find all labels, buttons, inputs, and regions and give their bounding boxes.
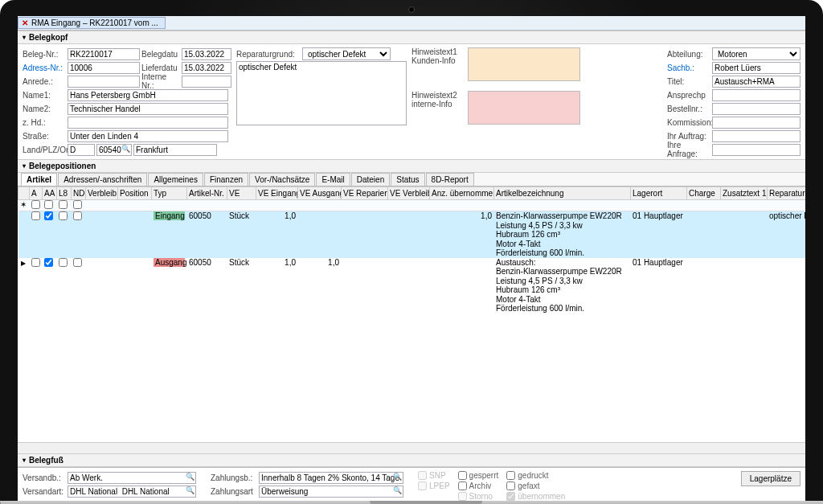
tab-finanzen[interactable]: Finanzen [204,173,248,186]
cell-l8[interactable] [59,211,68,220]
lbl-kundeninfo: Kunden-Info [412,56,463,65]
tab-artikel[interactable]: Artikel [21,173,57,186]
lbl-versandb: Versandb.: [23,473,66,482]
lbl-sachb: Sachb.: [667,64,710,72]
field-land[interactable] [68,144,95,156]
caret-down-icon: ▾ [23,34,26,41]
tab-8dreport[interactable]: 8D-Report [426,173,474,186]
positions-grid[interactable]: AAA L8NDVerbleib PositionTypArtikel-Nr. … [18,186,805,442]
lbl-anrede: Anrede.: [23,77,66,86]
section-positionen[interactable]: ▾ Belegepositionen [18,159,805,173]
field-versandb[interactable] [68,472,196,484]
field-name2[interactable] [68,103,228,115]
grid-filter-row[interactable]: ✶ [18,200,806,211]
field-plz[interactable] [96,144,132,156]
field-ihreanfrage[interactable] [712,144,800,156]
cell-nd[interactable] [73,258,82,267]
belegfuss-panel: Versandb.: 🔍 Versandart: 🔍 Zahlungsb.: 🔍… [18,467,805,504]
lbl-belegnr: Beleg-Nr.: [23,50,66,59]
field-zhd[interactable] [68,117,228,129]
lagerplaetze-button[interactable]: Lagerplätze [741,471,800,486]
chk-lpep [418,481,427,490]
field-ansprechp[interactable] [712,89,800,101]
field-sachb[interactable] [712,62,800,74]
lbl-zahlungsart: Zahlungsart [211,487,257,496]
field-bestellnr[interactable] [712,103,800,115]
section-fuss[interactable]: ▾ Belegfuß [18,453,805,467]
field-ihrauftrag[interactable] [712,130,800,142]
cell-aa[interactable] [44,258,53,267]
textarea-reparaturgrund[interactable]: optischer Defekt [236,61,407,125]
lbl-reparaturgrund: Reparaturgrund: [236,50,301,59]
lbl-ihreanfrage: Ihre Anfrage: [667,141,710,158]
lbl-internenr: Interne Nr.: [141,72,180,90]
lbl-strasse: Straße: [23,132,66,141]
select-reparaturgrund[interactable]: optischer Defekt [302,47,391,60]
tab-email[interactable]: E-Mail [316,173,350,186]
lbl-lieferdatu: Lieferdatu [141,64,180,72]
webcam-dot [408,6,415,13]
laptop-base [0,501,823,504]
tab-title: RMA Eingang – RK2210017 vom ... [31,18,158,27]
lbl-landplzort: Land/PLZ/Ort: [23,145,66,154]
field-ort[interactable] [133,144,217,156]
row-indicator-icon [18,258,30,313]
tab-allgemeines[interactable]: Allgemeines [148,173,203,186]
field-belegdatu[interactable] [182,48,231,60]
field-name1[interactable] [68,89,228,101]
field-adressnr[interactable] [68,62,140,74]
chk-gedruckt[interactable] [506,471,515,480]
chk-gefaxt[interactable] [506,481,515,490]
kundeninfo-box[interactable] [468,47,580,81]
cell-nd[interactable] [73,211,82,220]
cell-a[interactable] [31,211,40,220]
filter-l8[interactable] [59,200,68,209]
chk-storno [458,492,467,501]
field-versandart[interactable] [68,486,196,498]
lbl-name2: Name2: [23,104,66,113]
chk-archiv[interactable] [458,481,467,490]
filter-aa[interactable] [44,200,53,209]
field-strasse[interactable] [68,130,228,142]
horizontal-scrollbar[interactable] [18,442,805,453]
interneinfo-box[interactable] [468,91,580,125]
tab-vornach[interactable]: Vor-/Nachsätze [249,173,315,186]
field-anrede[interactable] [68,76,140,88]
typ-badge: Ausgang [154,258,185,267]
cell-l8[interactable] [59,258,68,267]
table-row[interactable]: Ausgang 60050 Stück 1,0 1,0 Austausch: B… [18,258,806,313]
typ-badge: Eingang [154,211,185,220]
caret-down-icon: ▾ [23,457,26,464]
filter-nd[interactable] [73,200,82,209]
field-titel[interactable] [712,76,800,88]
cell-aa[interactable] [44,211,53,220]
lbl-kommission: Kommission: [667,118,710,127]
tab-dateien[interactable]: Dateien [351,173,390,186]
table-row[interactable]: Eingang 60050 Stück 1,0 1,0 Benzin-Klarw… [18,211,806,258]
cell-a[interactable] [31,258,40,267]
caret-down-icon: ▾ [23,162,26,170]
section-belegkopf[interactable]: ▾ Belegkopf [18,31,805,44]
lbl-bestellnr: Bestellnr.: [667,104,710,113]
position-subtabs: Artikel Adressen/-anschriften Allgemeine… [18,173,805,186]
tab-status[interactable]: Status [391,173,424,186]
chk-uebernommen [506,492,515,501]
lbl-ansprechp: Ansprechp [667,91,710,100]
lbl-versandart: Versandart: [23,487,66,496]
document-tab[interactable]: ✕ RMA Eingang – RK2210017 vom ... [18,17,166,29]
field-zahlungsb[interactable] [259,472,403,484]
field-belegnr[interactable] [68,48,140,60]
select-abteilung[interactable]: Motoren [712,47,800,60]
tab-adressen[interactable]: Adressen/-anschriften [58,173,147,186]
field-lieferdatu[interactable] [182,62,231,74]
filter-a[interactable] [31,200,40,209]
belegkopf-panel: Beleg-Nr.: Belegdatu Adress-Nr.: Lieferd… [18,44,805,159]
chk-gesperrt[interactable] [458,471,467,480]
field-kommission[interactable] [712,117,800,129]
status-checks: SNP gesperrt gedruckt LPEP Archiv gefaxt… [418,471,565,501]
field-zahlungsart[interactable] [259,486,403,498]
chk-snp [418,471,427,480]
grid-header: AAA L8NDVerbleib PositionTypArtikel-Nr. … [18,187,806,200]
close-icon[interactable]: ✕ [22,18,28,27]
field-internenr[interactable] [182,76,231,88]
